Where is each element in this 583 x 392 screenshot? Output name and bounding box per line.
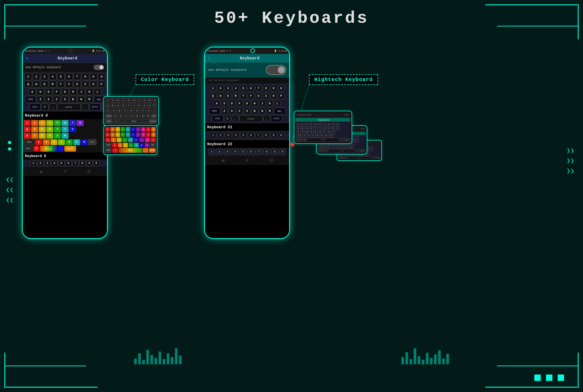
- toggle-switch-left[interactable]: [94, 65, 104, 70]
- svg-marker-14: [153, 154, 176, 175]
- del-right[interactable]: DEL: [274, 108, 286, 115]
- svg-marker-0: [105, 38, 128, 58]
- enter-right[interactable]: ENTER: [271, 115, 282, 122]
- svg-marker-1: [137, 38, 160, 58]
- corner-tr-decoration: [485, 4, 579, 39]
- key-9[interactable]: 9: [90, 73, 97, 80]
- caps-right[interactable]: CAPS: [209, 108, 220, 115]
- eq-bars: [134, 348, 182, 364]
- nav-home-right[interactable]: ○: [246, 158, 248, 163]
- toggle-label-right2: Use default keyboard: [208, 79, 239, 82]
- color-key-1[interactable]: 1: [24, 120, 31, 126]
- status-right-mode: Airplane mode ✈ ⬆: [207, 50, 231, 52]
- caps-mini1[interactable]: CAPS: [296, 134, 302, 138]
- corner-tl-decoration: [4, 4, 98, 39]
- toggle-switch-right[interactable]: [266, 65, 286, 75]
- eq-bars-right: [401, 348, 449, 364]
- svg-marker-22: [442, 125, 465, 146]
- caps-key-color[interactable]: CAPS: [24, 139, 35, 145]
- key-3[interactable]: 3: [41, 73, 48, 80]
- back-icon-left[interactable]: ‹: [26, 56, 29, 61]
- key-7[interactable]: 7: [73, 73, 81, 80]
- svg-marker-24: [426, 149, 449, 169]
- svg-marker-12: [169, 131, 192, 152]
- nav-bar-left: ◁ ○ □: [23, 167, 107, 176]
- caps-color2[interactable]: CAPS: [105, 143, 112, 147]
- svg-marker-19: [474, 79, 497, 99]
- toggle-label-right: Use default keyboard: [208, 68, 246, 72]
- done-key-left[interactable]: DONE: [29, 103, 41, 110]
- status-right-time: 🔋 4:21 ▶: [274, 50, 287, 52]
- color-keyboard-label: Color Keyboard: [136, 74, 194, 85]
- bottom-line-right: [497, 365, 579, 366]
- bottom-indicators: [534, 375, 564, 381]
- keyboard22-label: Keyboard 22: [207, 142, 232, 146]
- bottom-line-left: [4, 365, 86, 366]
- key-2[interactable]: 2: [33, 73, 40, 80]
- keyboard-title-right: Keyboard: [213, 56, 286, 61]
- nav-recent-left[interactable]: □: [88, 169, 90, 174]
- nav-bar-right: ◁ ○ □: [205, 156, 289, 165]
- svg-marker-23: [474, 125, 497, 146]
- space-floating[interactable]: SPACE: [126, 119, 142, 124]
- key-6[interactable]: 6: [65, 73, 73, 80]
- svg-marker-21: [458, 102, 481, 122]
- side-dots-left: [8, 141, 11, 150]
- key-8[interactable]: 8: [82, 73, 89, 80]
- toggle-label-left: Use default keyboard: [26, 66, 61, 69]
- keyboard-title-left: Keyboard: [31, 56, 104, 61]
- nav-back-left[interactable]: ◁: [39, 169, 42, 174]
- space-key-left[interactable]: SPACE: [57, 103, 81, 110]
- top-line-left: [4, 26, 86, 27]
- floating-keyboard-color: 1234567890 QWERTYUIOP ASDFGHJKL CAPS ZXC…: [103, 96, 159, 126]
- nav-back-right[interactable]: ◁: [222, 158, 224, 163]
- nav-home-left[interactable]: ○: [64, 169, 66, 174]
- svg-marker-7: [169, 85, 192, 105]
- phone-left: Airplane mode ✈ ⬆ 🔋 6:17 ▶ ‹ Keyboard Us…: [22, 47, 108, 239]
- caps-floating[interactable]: CAPS: [105, 114, 112, 118]
- top-line-right: [497, 26, 579, 27]
- caps-key-left[interactable]: CAPS: [25, 96, 36, 103]
- space-color2[interactable]: SPACE: [119, 148, 142, 153]
- hex-background-right: [414, 52, 501, 198]
- left-arrows: ❮❮❮❮❮❮: [6, 175, 14, 206]
- connection-dot-right: [291, 143, 294, 146]
- keyboard8-label: Keyboard 8: [25, 113, 48, 118]
- svg-marker-16: [426, 55, 449, 76]
- page-title: 50+ Keyboards: [214, 9, 369, 28]
- corner-br-decoration: [485, 353, 579, 388]
- keyboard9-label: Keyboard 9: [25, 154, 46, 158]
- svg-marker-17: [458, 55, 481, 76]
- phone-right: Airplane mode ✈ ⬆ 🔋 4:21 ▶ ‹ Keyboard Us…: [204, 47, 290, 239]
- svg-marker-18: [442, 79, 465, 99]
- space-right[interactable]: SPACE: [239, 115, 263, 122]
- hightech-keyboard-label: Hightech Keyboard: [309, 74, 378, 85]
- done-right[interactable]: DONE: [212, 115, 224, 122]
- svg-marker-2: [169, 38, 192, 58]
- svg-marker-20: [426, 102, 449, 122]
- back-icon-right[interactable]: ‹: [208, 56, 211, 61]
- del-key-left[interactable]: DEL: [94, 96, 105, 103]
- keyboard21-label: Keyboard 21: [207, 125, 232, 129]
- status-left-mode: Airplane mode ✈ ⬆: [25, 50, 49, 52]
- enter-key-left[interactable]: ENTER: [89, 103, 101, 110]
- svg-marker-25: [458, 149, 481, 169]
- corner-bl-decoration: [4, 353, 98, 388]
- svg-marker-13: [121, 154, 144, 175]
- svg-marker-15: [105, 178, 128, 198]
- status-left-time: 🔋 6:17 ▶: [92, 50, 105, 52]
- right-arrows: ❯❯❯❯❯❯: [567, 146, 575, 177]
- floating-keyboard-color2: 1234 5678 90 QWER TYUI OP ASDF GHJK L CA…: [103, 125, 157, 155]
- key-0[interactable]: 0: [98, 73, 106, 80]
- caps-mini2[interactable]: CAPS: [319, 146, 324, 149]
- key-5[interactable]: 5: [57, 73, 65, 80]
- key-4[interactable]: 4: [49, 73, 57, 80]
- mini-keyboard-stack1: Airplane mode 4:21 ‹ Keyboard 1234567890…: [294, 111, 352, 145]
- nav-recent-right[interactable]: □: [270, 158, 272, 163]
- space-color-key[interactable]: SPACE: [40, 146, 57, 152]
- key-1[interactable]: 1: [24, 73, 32, 80]
